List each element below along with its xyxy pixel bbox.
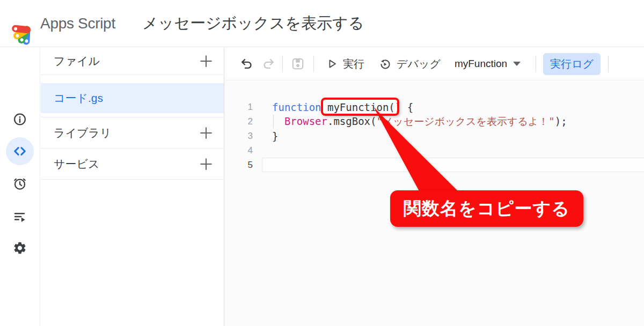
debug-button-label: デバッグ: [397, 57, 441, 71]
add-library-plus-icon[interactable]: [198, 125, 214, 141]
execution-log-label: 実行ログ: [550, 58, 594, 70]
chevron-down-icon: [513, 62, 521, 66]
sidebar-item-editor[interactable]: [6, 137, 34, 165]
undo-icon: [240, 57, 254, 71]
apps-script-logo-icon: [8, 10, 33, 37]
gear-icon: [13, 241, 27, 255]
editor-pane: 実行 デバッグ myFunction 実行ログ 1 function myFun…: [225, 48, 644, 326]
redo-button[interactable]: [261, 57, 275, 71]
indent-guide-line: [273, 115, 274, 128]
executions-icon: [13, 210, 27, 224]
file-item-code-gs[interactable]: コード.gs: [41, 83, 224, 113]
app-header: Apps Script メッセージボックスを表示する: [0, 0, 644, 47]
app-name: Apps Script: [40, 15, 115, 32]
line-number: 2: [225, 116, 253, 127]
code-line-4: 4: [225, 143, 644, 158]
line-number: 4: [225, 145, 253, 156]
save-button[interactable]: [291, 57, 305, 71]
code-line-3: 3 }: [225, 129, 644, 143]
file-panel: ファイル コード.gs ライブラリ サービス: [41, 48, 224, 326]
page-title: メッセージボックスを表示する: [142, 13, 364, 34]
function-selector-dropdown[interactable]: myFunction: [455, 58, 521, 70]
code-text: function myFunction() {: [272, 101, 413, 113]
sidebar-item-executions[interactable]: [13, 210, 27, 224]
add-file-plus-icon[interactable]: [198, 53, 214, 69]
code-editor[interactable]: 1 function myFunction() { 2 Browser.msgB…: [225, 81, 644, 326]
services-header-label: サービス: [54, 157, 99, 172]
toolbar-divider: [608, 56, 609, 72]
left-icon-rail: [0, 48, 40, 326]
selected-item-circle: [6, 137, 34, 165]
undo-button[interactable]: [240, 57, 254, 71]
current-line-highlight: [262, 158, 644, 172]
libraries-header-label: ライブラリ: [54, 125, 111, 140]
file-name-label: コード.gs: [54, 91, 103, 106]
selected-function-name: myFunction: [455, 58, 507, 70]
toolbar-divider: [536, 56, 536, 72]
debug-icon: [379, 57, 392, 70]
code-line-2: 2 Browser.msgBox("メッセージボックスを表示するよ！");: [225, 114, 644, 129]
line-number: 1: [225, 102, 253, 113]
services-section-header: サービス: [41, 149, 224, 180]
redo-icon: [261, 57, 275, 71]
editor-toolbar: 実行 デバッグ myFunction 実行ログ: [225, 48, 644, 80]
save-icon: [291, 57, 305, 71]
libraries-section-header: ライブラリ: [41, 117, 224, 149]
run-button[interactable]: 実行: [326, 57, 364, 71]
line-number: 3: [225, 131, 253, 142]
execution-log-button[interactable]: 実行ログ: [543, 53, 601, 75]
sidebar-item-triggers[interactable]: [13, 176, 27, 191]
line-number-current: 5: [225, 160, 253, 171]
code-line-1: 1 function myFunction() {: [225, 100, 644, 114]
play-icon: [326, 58, 338, 70]
run-button-label: 実行: [343, 57, 364, 71]
code-text: Browser.msgBox("メッセージボックスを表示するよ！");: [272, 115, 567, 129]
files-header-label: ファイル: [54, 54, 100, 69]
code-icon: [12, 144, 27, 159]
clock-icon: [13, 176, 27, 191]
sidebar-item-settings[interactable]: [13, 241, 27, 255]
info-icon: [13, 112, 27, 127]
sidebar-item-overview[interactable]: [13, 112, 27, 127]
add-service-plus-icon[interactable]: [198, 156, 214, 172]
debug-button[interactable]: デバッグ: [379, 57, 441, 71]
toolbar-divider: [313, 56, 314, 72]
code-text: }: [272, 130, 278, 142]
files-section-header: ファイル: [41, 48, 224, 75]
toolbar-divider: [282, 56, 283, 72]
